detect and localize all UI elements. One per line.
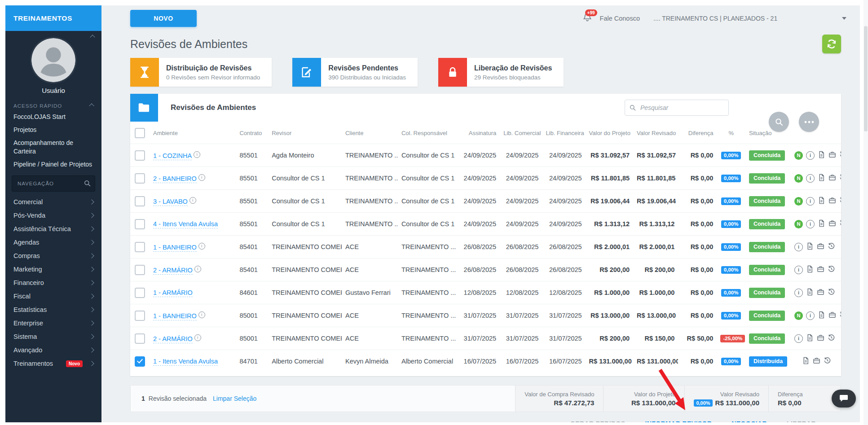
panel-search-input[interactable] <box>625 100 729 116</box>
column-header-[interactable]: % <box>717 122 745 144</box>
column-header-valor-revisado[interactable]: Valor Revisado <box>633 122 678 144</box>
info-icon[interactable]: i <box>806 197 815 206</box>
history-icon[interactable] <box>828 334 835 343</box>
history-icon[interactable] <box>839 219 841 228</box>
liberar-button[interactable]: LIBERAR <box>787 420 816 422</box>
document-icon[interactable] <box>806 334 814 343</box>
column-header-cliente[interactable]: Cliente <box>342 122 398 144</box>
sidebar-search-input[interactable] <box>12 175 95 192</box>
sidebar-item-estatisticas[interactable]: Estatísticas <box>5 303 101 316</box>
quick-link-pipeline-painel-de-projetos[interactable]: Pipeline / Painel de Projetos <box>5 158 101 171</box>
n-badge[interactable]: N <box>794 197 803 206</box>
history-icon[interactable] <box>839 151 841 160</box>
document-icon[interactable] <box>806 288 814 297</box>
info-icon[interactable]: i <box>794 243 803 251</box>
briefcase-icon[interactable] <box>828 311 836 320</box>
sidebar-item-pos-venda[interactable]: Pós-Venda <box>5 209 101 222</box>
row-checkbox[interactable] <box>135 242 145 252</box>
collapse-profile-icon[interactable] <box>90 35 95 39</box>
document-icon[interactable] <box>818 311 825 320</box>
ambiente-link[interactable]: 1 - Itens Venda Avulsa <box>153 358 218 366</box>
ambiente-link[interactable]: 2 - ARMÁRIO <box>153 267 193 275</box>
informar-revisor-button[interactable]: INFORMAR REVISOR <box>645 420 712 422</box>
info-icon[interactable]: i <box>198 311 205 318</box>
document-icon[interactable] <box>806 242 814 251</box>
info-icon[interactable]: i <box>194 266 201 272</box>
fale-conosco-link[interactable]: Fale Conosco <box>600 15 640 22</box>
sidebar-item-treinamentos[interactable]: TreinamentosNovo <box>5 357 101 370</box>
column-header-ambiente[interactable]: Ambiente <box>150 122 236 144</box>
sidebar-item-fiscal[interactable]: Fiscal <box>5 289 101 303</box>
history-icon[interactable] <box>828 265 835 274</box>
quick-access-header[interactable]: ACESSO RÁPIDO <box>5 99 101 110</box>
briefcase-icon[interactable] <box>817 265 824 274</box>
n-badge[interactable]: N <box>794 220 803 228</box>
info-icon[interactable]: i <box>806 174 815 183</box>
user-avatar[interactable] <box>31 38 75 82</box>
info-icon[interactable]: i <box>794 266 803 274</box>
n-badge[interactable]: N <box>794 151 803 160</box>
briefcase-icon[interactable] <box>817 334 824 343</box>
n-badge[interactable]: N <box>794 311 803 320</box>
history-icon[interactable] <box>824 357 831 366</box>
ambiente-link[interactable]: 1 - BANHEIRO <box>153 244 197 252</box>
history-icon[interactable] <box>839 197 841 206</box>
info-icon[interactable]: i <box>806 151 815 160</box>
info-icon[interactable]: i <box>794 334 803 343</box>
row-checkbox[interactable] <box>135 265 145 275</box>
row-checkbox[interactable] <box>135 173 145 184</box>
notifications-bell-icon[interactable]: +99 <box>583 13 592 24</box>
row-checkbox[interactable] <box>135 150 145 161</box>
quick-link-acompanhamento-de-carteira[interactable]: Acompanhamento de Carteira <box>5 136 101 158</box>
ambiente-link[interactable]: 2 - BANHEIRO <box>153 175 197 183</box>
column-header-contrato[interactable]: Contrato <box>236 122 268 144</box>
ambiente-link[interactable]: 1 - COZINHA <box>153 152 192 160</box>
briefcase-icon[interactable] <box>828 151 836 160</box>
history-icon[interactable] <box>839 174 841 183</box>
briefcase-icon[interactable] <box>813 357 820 366</box>
ambiente-link[interactable]: 1 - ARMÁRIO <box>153 289 193 297</box>
column-header-diferenca[interactable]: Diferença <box>678 122 717 144</box>
row-checkbox[interactable] <box>135 356 145 367</box>
briefcase-icon[interactable] <box>828 197 836 206</box>
ambiente-link[interactable]: 4 - Itens Venda Avulsa <box>153 220 218 228</box>
n-badge[interactable]: N <box>794 174 803 183</box>
sidebar-item-sistema[interactable]: Sistema <box>5 330 101 343</box>
green-action-button[interactable] <box>822 35 841 53</box>
column-header-revisor[interactable]: Revisor <box>268 122 342 144</box>
info-icon[interactable]: i <box>194 151 200 158</box>
info-icon[interactable]: i <box>806 220 815 228</box>
history-icon[interactable] <box>839 311 841 320</box>
quick-link-projetos[interactable]: Projetos <box>5 123 101 136</box>
sidebar-item-comercial[interactable]: Comercial <box>5 195 101 209</box>
negociar-button[interactable]: NEGOCIAR <box>731 420 767 422</box>
column-header-lib-financeira[interactable]: Lib. Financeira <box>542 122 585 144</box>
sidebar-item-financeiro[interactable]: Financeiro <box>5 276 101 289</box>
briefcase-icon[interactable] <box>817 288 824 297</box>
ambiente-link[interactable]: 3 - LAVABO <box>153 198 188 206</box>
column-header-valor-do-projeto[interactable]: Valor do Projeto <box>586 122 633 144</box>
info-icon[interactable]: i <box>198 243 205 250</box>
sidebar-item-agendas[interactable]: Agendas <box>5 236 101 249</box>
clear-selection-link[interactable]: Limpar Seleção <box>213 395 256 402</box>
sidebar-item-compras[interactable]: Compras <box>5 249 101 263</box>
more-options-button[interactable] <box>799 112 819 132</box>
column-header-col-responsavel[interactable]: Col. Responsável <box>398 122 458 144</box>
scrollbar-track[interactable] <box>864 0 868 425</box>
document-icon[interactable] <box>818 151 825 160</box>
info-icon[interactable]: i <box>806 311 815 320</box>
sidebar-item-assistencia-tecnica[interactable]: Assistência Técnica <box>5 222 101 236</box>
sidebar-item-avancado[interactable]: Avançado <box>5 343 101 357</box>
document-icon[interactable] <box>818 174 825 183</box>
scrollbar-thumb[interactable] <box>864 26 868 131</box>
info-icon[interactable]: i <box>194 334 201 341</box>
sidebar-item-enterprise[interactable]: Enterprise <box>5 316 101 330</box>
row-checkbox[interactable] <box>135 196 145 206</box>
briefcase-icon[interactable] <box>817 242 824 251</box>
new-button[interactable]: NOVO <box>130 10 197 27</box>
environment-selector[interactable]: .... TREINAMENTO CS | PLANEJADOS - 21 <box>653 15 846 22</box>
ambiente-link[interactable]: 2 - ARMÁRIO <box>153 335 193 343</box>
stat-card-liberacao[interactable]: Liberação de Revisões 29 Revisões bloque… <box>438 58 564 87</box>
document-icon[interactable] <box>806 265 814 274</box>
column-header-lib-comercial[interactable]: Lib. Comercial <box>500 122 542 144</box>
